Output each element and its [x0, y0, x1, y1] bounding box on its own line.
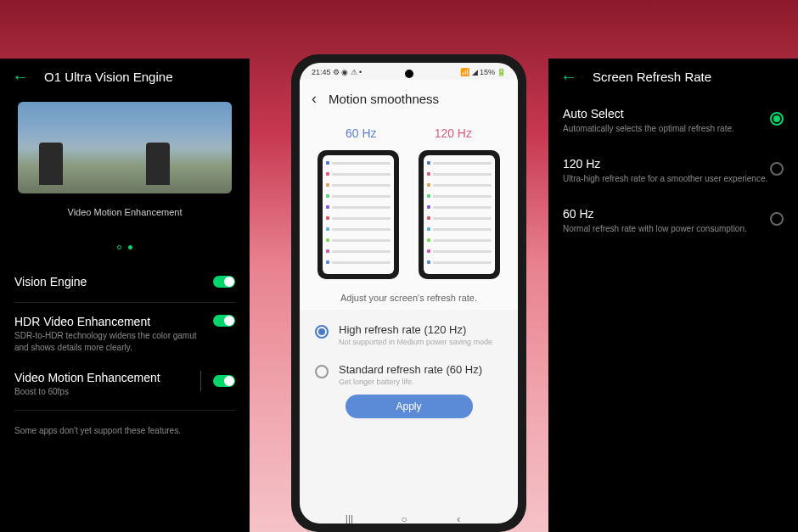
phone-page-title: Motion smoothness: [329, 92, 439, 106]
apply-button[interactable]: Apply: [346, 395, 473, 418]
back-arrow-icon[interactable]: ←: [12, 67, 29, 87]
dot-1[interactable]: [117, 245, 121, 249]
adjust-caption: Adjust your screen's refresh rate.: [300, 286, 518, 310]
right-header: ← Screen Refresh Rate: [548, 59, 798, 95]
refresh-auto-text: Auto Select Automatically selects the op…: [563, 107, 770, 133]
radio-standard[interactable]: [315, 365, 329, 378]
hdr-desc: SDR-to-HDR technology widens the color g…: [14, 330, 205, 354]
refresh-60hz[interactable]: 60 Hz Normal refresh rate with low power…: [548, 195, 798, 245]
preview-left-half: [18, 102, 125, 193]
radio-high[interactable]: [315, 325, 329, 339]
hdr-toggle[interactable]: [213, 315, 235, 327]
preview-right-half: [125, 102, 232, 193]
preview-caption: Video Motion Enhancement: [0, 207, 250, 217]
refresh-auto-title: Auto Select: [563, 107, 770, 120]
refresh-auto-desc: Automatically selects the optimal refres…: [563, 124, 770, 133]
mock-screen-120: [424, 155, 495, 274]
divider: [14, 302, 235, 303]
nav-recent-icon[interactable]: |||: [346, 513, 361, 515]
android-navbar: ||| ○ ‹: [300, 505, 518, 524]
status-time: 21:45: [312, 68, 331, 76]
radio-auto[interactable]: [770, 112, 784, 126]
phone-screen: 21:45 ⚙ ◉ ⚠ • 📶 ◢ 15% 🔋 ‹ Motion smoothn…: [300, 63, 518, 524]
hz-60-label: 60 Hz: [346, 126, 377, 140]
vme-toggle-wrap: [200, 371, 235, 391]
hz-120-label: 120 Hz: [435, 126, 472, 140]
option-standard-sub: Get longer battery life.: [339, 378, 503, 386]
hdr-title: HDR Video Enhancement: [14, 315, 205, 328]
vision-engine-row: Vision Engine: [0, 265, 250, 299]
statusbar-right: 📶 ◢ 15% 🔋: [460, 68, 506, 76]
vme-toggle[interactable]: [213, 375, 235, 387]
wifi-icon: 📶 ◢: [460, 68, 478, 76]
vme-row: Video Motion Enhancement Boost to 60fps: [0, 362, 250, 406]
left-panel-title: O1 Ultra Vision Engine: [44, 70, 172, 84]
option-high-text: High refresh rate (120 Hz) Not supported…: [339, 323, 503, 346]
refresh-120hz[interactable]: 120 Hz Ultra-high refresh rate for a smo…: [548, 145, 798, 195]
mock-phone-60: [318, 150, 399, 279]
status-icons-left: ⚙ ◉ ⚠ •: [333, 68, 362, 76]
option-standard-refresh[interactable]: Standard refresh rate (60 Hz) Get longer…: [312, 355, 506, 395]
phone-device: 21:45 ⚙ ◉ ⚠ • 📶 ◢ 15% 🔋 ‹ Motion smoothn…: [291, 54, 526, 532]
option-high-title: High refresh rate (120 Hz): [339, 323, 503, 336]
refresh-120-text: 120 Hz Ultra-high refresh rate for a smo…: [563, 157, 770, 183]
vme-text: Video Motion Enhancement Boost to 60fps: [14, 371, 202, 398]
mock-screen-60: [323, 155, 394, 274]
right-panel-title: Screen Refresh Rate: [593, 70, 711, 84]
back-arrow-icon[interactable]: ←: [560, 67, 577, 87]
dot-2[interactable]: [128, 245, 132, 249]
refresh-auto-select[interactable]: Auto Select Automatically selects the op…: [548, 95, 798, 145]
left-header: ← O1 Ultra Vision Engine: [0, 59, 250, 95]
vision-engine-label: Vision Engine: [14, 275, 87, 288]
refresh-120-desc: Ultra-high refresh rate for a smoother u…: [563, 174, 770, 183]
option-standard-text: Standard refresh rate (60 Hz) Get longer…: [339, 363, 503, 386]
footer-note: Some apps don't yet support these featur…: [0, 414, 250, 447]
nav-home-icon[interactable]: ○: [401, 513, 416, 515]
refresh-60-desc: Normal refresh rate with low power consu…: [563, 224, 770, 233]
statusbar-left: 21:45 ⚙ ◉ ⚠ •: [312, 68, 362, 76]
right-settings-panel: ← Screen Refresh Rate Auto Select Automa…: [548, 59, 798, 532]
option-high-sub: Not supported in Medium power saving mod…: [339, 338, 503, 346]
option-standard-title: Standard refresh rate (60 Hz): [339, 363, 503, 376]
radio-120[interactable]: [770, 162, 784, 176]
hdr-text: HDR Video Enhancement SDR-to-HDR technol…: [14, 315, 213, 354]
refresh-60-text: 60 Hz Normal refresh rate with low power…: [563, 207, 770, 233]
vision-engine-toggle[interactable]: [213, 276, 235, 288]
mock-phones-compare: [300, 147, 518, 286]
battery-icon: 🔋: [497, 68, 506, 76]
left-settings-panel: ← O1 Ultra Vision Engine Video Motion En…: [0, 59, 250, 532]
nav-back-icon[interactable]: ‹: [457, 513, 472, 515]
camera-notch: [405, 70, 413, 78]
refresh-options: High refresh rate (120 Hz) Not supported…: [300, 310, 518, 439]
mock-phone-120: [419, 150, 500, 279]
hz-compare-labels: 60 Hz 120 Hz: [300, 115, 518, 147]
preview-image: [18, 102, 232, 193]
refresh-120-title: 120 Hz: [563, 157, 770, 171]
divider: [14, 410, 235, 411]
hdr-enhancement-row: HDR Video Enhancement SDR-to-HDR technol…: [0, 306, 250, 362]
battery-percent: 15%: [480, 68, 495, 76]
option-high-refresh[interactable]: High refresh rate (120 Hz) Not supported…: [312, 315, 506, 355]
page-indicator: [0, 238, 250, 253]
radio-60[interactable]: [770, 212, 784, 226]
apply-label: Apply: [396, 400, 421, 412]
phone-header: ‹ Motion smoothness: [300, 80, 518, 115]
refresh-60-title: 60 Hz: [563, 207, 770, 221]
vme-title: Video Motion Enhancement: [14, 371, 194, 384]
vme-desc: Boost to 60fps: [14, 386, 194, 398]
phone-back-icon[interactable]: ‹: [312, 90, 317, 108]
